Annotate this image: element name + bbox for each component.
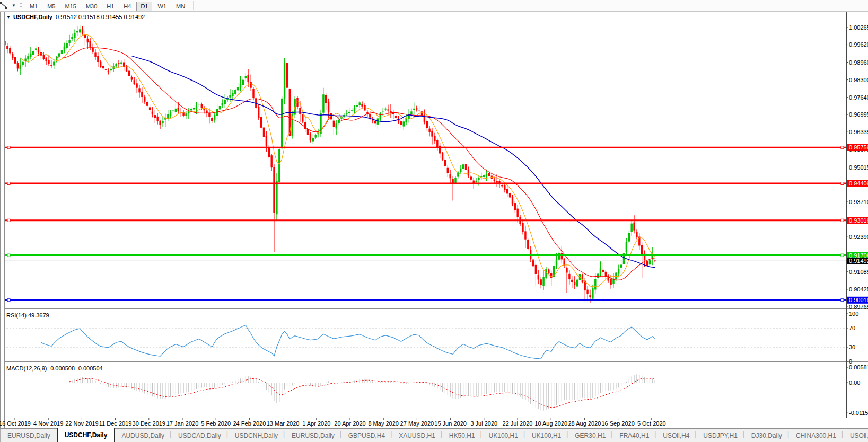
hline-support-0.90018[interactable]: 0.90018	[0, 297, 868, 304]
date-tick-label: 3 Jul 2020	[470, 420, 497, 427]
timeframe-button-h1[interactable]: H1	[102, 2, 118, 11]
tab-xauusd-h1[interactable]: XAUUSD,H1	[392, 429, 442, 442]
timeframe-toolbar: ▼ M1M5M15M30H1H4D1W1MN	[0, 0, 868, 12]
tab-china300-h1[interactable]: CHINA300,H1	[789, 429, 843, 442]
date-tick-label: 20 Apr 2020	[334, 420, 365, 427]
macd-panel[interactable]: 0.0058180.00-0.011510	[69, 364, 868, 416]
ma-medium-line	[57, 48, 655, 280]
date-tick-label: 16 Oct 2019	[0, 420, 31, 427]
date-tick-label: 16 Sep 2020	[601, 420, 634, 427]
date-tick-label: 15 Jun 2020	[434, 420, 467, 427]
svg-text:0.97640: 0.97640	[849, 94, 868, 101]
hline-resistance-0.93016[interactable]: 0.93016	[0, 217, 868, 224]
tab-ger30-h1[interactable]: GER30,H1	[568, 429, 612, 442]
timeframe-button-d1[interactable]: D1	[136, 2, 152, 11]
hline-resistance-0.94406[interactable]: 0.94406	[0, 180, 868, 187]
price-axis[interactable]: 1.002650.996200.989600.983000.976400.969…	[846, 24, 868, 310]
svg-text:0.95015: 0.95015	[849, 164, 868, 171]
svg-text:0.91492: 0.91492	[849, 258, 868, 264]
macd-histogram	[69, 374, 655, 411]
timeframe-button-m5[interactable]: M5	[43, 2, 59, 11]
svg-text:0.92390: 0.92390	[849, 234, 868, 240]
hline-level-0.91706[interactable]: 0.91706	[0, 252, 868, 259]
tab-usdcnh-daily[interactable]: USDCNH,Daily	[228, 429, 285, 442]
line-tool-dropdown-icon[interactable]: ▼	[12, 3, 16, 8]
svg-text:30: 30	[849, 344, 855, 350]
svg-text:0.93016: 0.93016	[849, 217, 868, 224]
svg-text:0.96335: 0.96335	[849, 129, 868, 135]
mt4-terminal: { "toolbar": { "timeframes": ["M1","M5",…	[0, 0, 868, 442]
date-tick-label: 30 Dec 2019	[133, 420, 165, 427]
svg-text:0.98300: 0.98300	[849, 77, 868, 83]
date-tick-label: 27 May 2020	[400, 420, 434, 427]
timeframe-button-mn[interactable]: MN	[172, 2, 189, 11]
tab-uk100-h1[interactable]: UK100,H1	[525, 429, 568, 442]
toolbar-separator	[193, 1, 194, 10]
svg-text:0.96995: 0.96995	[849, 111, 868, 118]
hline-resistance-0.95756[interactable]: 0.95756	[0, 144, 868, 151]
tab-uk100-h1[interactable]: UK100,H1	[482, 429, 525, 442]
tab-fra40-h1[interactable]: FRA40,H1	[612, 429, 656, 442]
chart-title-symbol: USDCHF,Daily	[13, 14, 52, 20]
chart-title-ohlc: 0.91512 0.91518 0.91455 0.91492	[56, 14, 145, 20]
rsi-axis: 10070300	[846, 311, 858, 365]
timeframe-button-h4[interactable]: H4	[119, 2, 135, 11]
date-tick-label: 17 Jan 2020	[166, 420, 199, 427]
tab-eurusd-daily[interactable]: EURUSD,Daily	[1, 429, 57, 442]
date-tick-label: 10 Aug 2020	[534, 420, 567, 427]
tab-usdcad-daily[interactable]: USDCAD,Daily	[171, 429, 228, 442]
svg-text:70: 70	[849, 325, 855, 331]
timeframe-button-m1[interactable]: M1	[25, 2, 42, 11]
date-tick-label: 28 Aug 2020	[568, 420, 601, 427]
tab-usdchf-daily[interactable]: USDCHF,Daily	[57, 428, 115, 442]
date-tick-label: 5 Oct 2020	[637, 420, 666, 427]
svg-text:0.91085: 0.91085	[849, 269, 868, 275]
svg-text:100: 100	[849, 311, 858, 317]
tab-audusd-daily[interactable]: AUDUSD,Daily	[115, 429, 171, 442]
tab-eurusd-daily[interactable]: EURUSD,Daily	[285, 429, 341, 442]
timeframe-button-w1[interactable]: W1	[153, 2, 171, 11]
svg-text:1.00265: 1.00265	[849, 24, 868, 31]
chart-title: ▼USDCHF,Daily 0.91512 0.91518 0.91455 0.…	[6, 14, 145, 20]
rsi-line	[41, 325, 655, 359]
chart-window-left-frame	[0, 12, 5, 428]
date-axis[interactable]: 16 Oct 20194 Nov 201922 Nov 201911 Dec 2…	[0, 420, 868, 428]
tab-usoil-h4[interactable]: USOil,H4	[656, 429, 696, 442]
macd-label: MACD(12,26,9) -0.000508 -0.000504	[6, 365, 103, 372]
svg-text:0.005818: 0.005818	[849, 364, 868, 370]
date-tick-label: 5 Feb 2020	[201, 420, 231, 427]
tab-gbpusd-h4[interactable]: GBPUSD,H4	[341, 429, 392, 442]
svg-text:0.00: 0.00	[849, 379, 860, 386]
timeframe-buttons: M1M5M15M30H1H4D1W1MN	[25, 1, 190, 11]
current-price-box: 0.91492	[847, 258, 868, 264]
svg-text:0.95756: 0.95756	[849, 144, 868, 151]
date-tick-label: 8 May 2020	[368, 420, 398, 427]
tab-usoil-h1[interactable]: USOil,H1	[843, 429, 868, 442]
svg-text:0.98960: 0.98960	[849, 59, 868, 66]
tab-hk50-h1[interactable]: HK50,H1	[442, 429, 482, 442]
ma-slow-line	[131, 56, 655, 268]
rsi-panel[interactable]: 10070300	[0, 311, 858, 365]
svg-text:0.94406: 0.94406	[849, 180, 868, 187]
date-tick-label: 11 Dec 2019	[99, 420, 132, 427]
timeframe-button-m15[interactable]: M15	[60, 2, 80, 11]
svg-text:0.90018: 0.90018	[849, 297, 868, 303]
date-tick-label: 22 Jul 2020	[503, 420, 533, 427]
date-tick-label: 24 Feb 2020	[233, 420, 266, 427]
chart-collapse-icon[interactable]: ▼	[6, 15, 11, 20]
toolbar-grip	[20, 2, 22, 10]
macd-axis: 0.0058180.00-0.011510	[846, 364, 868, 416]
timeframe-button-m30[interactable]: M30	[82, 2, 101, 11]
tab-usdjpy-h1[interactable]: USDJPY,H1	[696, 429, 744, 442]
line-tool-icon[interactable]	[0, 1, 10, 11]
date-tick-label: 1 Apr 2020	[302, 420, 330, 427]
main-price-chart[interactable]: 1.002650.996200.989600.983000.976400.969…	[0, 0, 868, 442]
date-tick-label: 13 Mar 2020	[267, 420, 300, 427]
svg-text:0.99620: 0.99620	[849, 41, 868, 48]
svg-text:0.93710: 0.93710	[849, 199, 868, 205]
svg-text:0.90425: 0.90425	[849, 286, 868, 293]
svg-text:-0.011510: -0.011510	[849, 410, 868, 416]
date-tick-label: 4 Nov 2019	[33, 420, 63, 427]
tab-dj30-daily[interactable]: DJ30,Daily	[744, 429, 789, 442]
rsi-label: RSI(14) 49.3679	[6, 312, 49, 319]
